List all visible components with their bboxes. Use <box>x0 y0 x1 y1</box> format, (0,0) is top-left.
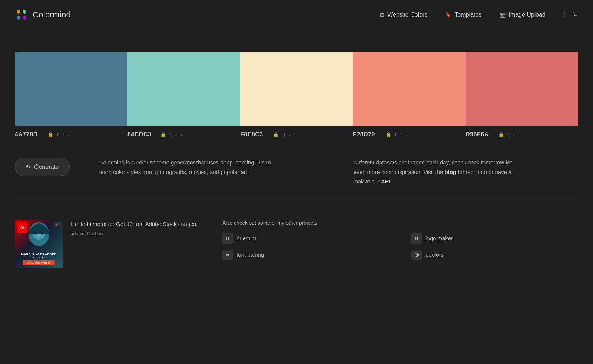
nav-templates[interactable]: 🔖 Templates <box>445 11 481 18</box>
social-links: f 𝕏 <box>563 11 578 19</box>
facebook-link[interactable]: f <box>563 11 565 19</box>
sliders-icon-4[interactable]: ⇅ <box>394 132 398 137</box>
logo-maker-icon: B <box>411 233 422 244</box>
project-poolors[interactable]: ◑ poolors <box>411 250 578 260</box>
logo-area: Colormind <box>15 8 71 21</box>
swatch-hex-2: 84CDC3 <box>127 131 157 138</box>
project-huemint[interactable]: H huemint <box>222 233 389 244</box>
swatch-control-4: F28D79 🔒 ⇅ ‹ › <box>353 126 466 143</box>
sliders-icon-2[interactable]: ⇅ <box>169 132 173 137</box>
ad-area: Ai St MAKE IT WITH ADOBE STOCK. Get 10 f… <box>15 220 200 268</box>
lock-icon-3[interactable]: 🔒 <box>273 132 279 137</box>
swatch-control-1: 4A778D 🔒 ⇅ ‹ › <box>15 126 127 143</box>
swatch-hex-4: F28D79 <box>353 131 382 138</box>
generate-section: ↻ Generate Colormind is a color scheme g… <box>0 143 593 201</box>
swatch-hex-5: D96F6A <box>466 131 495 138</box>
description-right: Different datasets are loaded each day, … <box>354 158 578 186</box>
arrow-right-4[interactable]: › <box>406 132 407 137</box>
arrow-left-2[interactable]: ‹ <box>176 132 178 137</box>
lock-icon-2[interactable]: 🔒 <box>160 132 166 137</box>
arrow-right-2[interactable]: › <box>180 132 182 137</box>
swatch-3[interactable] <box>240 52 353 126</box>
arrow-left-4[interactable]: ‹ <box>401 132 403 137</box>
swatch-4[interactable] <box>353 52 466 126</box>
refresh-icon: ↻ <box>26 163 30 170</box>
swatch-1[interactable] <box>15 52 127 126</box>
svg-point-2 <box>17 16 20 20</box>
lock-icon-5[interactable]: 🔒 <box>498 132 504 137</box>
nav-image-upload[interactable]: 📷 Image Upload <box>499 11 546 18</box>
twitter-link[interactable]: 𝕏 <box>573 11 578 19</box>
ad-text: Limited time offer: Get 10 free Adobe St… <box>70 220 198 236</box>
arrow-right-3[interactable]: › <box>293 132 295 137</box>
logo-icon <box>15 8 28 21</box>
arrow-left-3[interactable]: ‹ <box>289 132 290 137</box>
project-grid: H huemint B logo maker ≡ font pairing ◑ … <box>222 233 578 260</box>
sliders-icon-1[interactable]: ⇅ <box>56 132 60 137</box>
api-link[interactable]: API <box>381 178 390 184</box>
adobe-logo-icon: Ai <box>17 222 27 233</box>
arrow-right-1[interactable]: › <box>68 132 69 137</box>
huemint-icon: H <box>222 233 233 244</box>
ad-bottom-text: MAKE IT WITH ADOBE STOCK. <box>18 253 60 259</box>
project-font-pairing[interactable]: ≡ font pairing <box>222 250 389 260</box>
swatch-hex-1: 4A778D <box>15 131 44 138</box>
swatch-control-2: 84CDC3 🔒 ⇅ ‹ › <box>127 126 240 143</box>
svg-point-1 <box>23 10 26 14</box>
ad-headline: Limited time offer: Get 10 free Adobe St… <box>70 220 198 228</box>
other-projects: Also check out some of my other projects… <box>222 220 578 260</box>
face-illustration <box>26 221 52 253</box>
sliders-icon-3[interactable]: ⇅ <box>282 132 286 137</box>
swatch-hex-3: F8E8C3 <box>240 131 270 138</box>
arrow-left-5[interactable]: ‹ <box>514 132 516 137</box>
palette-section: 4A778D 🔒 ⇅ ‹ › 84CDC3 🔒 ⇅ ‹ › F8E8C3 🔒 ⇅… <box>0 30 593 143</box>
ad-cta-button[interactable]: Get 10 free images › <box>23 260 56 265</box>
swatch-control-3: F8E8C3 🔒 ⇅ ‹ › <box>240 126 353 143</box>
camera-icon: 📷 <box>499 12 506 18</box>
other-projects-title: Also check out some of my other projects <box>222 220 578 226</box>
swatch-2[interactable] <box>127 52 240 126</box>
arrow-left-1[interactable]: ‹ <box>63 132 65 137</box>
ad-subtext: ads via Carbon <box>70 231 198 236</box>
blog-link[interactable]: blog <box>445 169 457 175</box>
font-pairing-icon: ≡ <box>222 250 233 260</box>
svg-point-8 <box>41 231 44 235</box>
swatch-5[interactable] <box>466 52 578 126</box>
logo-text: Colormind <box>33 10 71 20</box>
ad-image[interactable]: Ai St MAKE IT WITH ADOBE STOCK. Get 10 f… <box>15 220 63 268</box>
bookmark-icon: 🔖 <box>445 12 451 18</box>
palette-swatches <box>15 52 578 126</box>
stock-badge: St <box>54 222 61 227</box>
lock-icon-4[interactable]: 🔒 <box>385 132 391 137</box>
project-logo-maker[interactable]: B logo maker <box>411 233 578 244</box>
sliders-icon-5[interactable]: ⇅ <box>507 132 511 137</box>
lock-icon-1[interactable]: 🔒 <box>47 132 53 137</box>
svg-point-7 <box>34 231 37 235</box>
palette-controls: 4A778D 🔒 ⇅ ‹ › 84CDC3 🔒 ⇅ ‹ › F8E8C3 🔒 ⇅… <box>15 126 578 143</box>
swatch-control-5: D96F6A 🔒 ⇅ ‹ <box>466 126 578 143</box>
nav-links: ⊞ Website Colors 🔖 Templates 📷 Image Upl… <box>380 11 546 18</box>
nav-website-colors[interactable]: ⊞ Website Colors <box>380 11 427 18</box>
footer-section: Ai St MAKE IT WITH ADOBE STOCK. Get 10 f… <box>0 201 593 287</box>
poolors-icon: ◑ <box>411 250 422 260</box>
navbar: Colormind ⊞ Website Colors 🔖 Templates 📷… <box>0 0 593 30</box>
generate-button[interactable]: ↻ Generate <box>15 158 70 176</box>
grid-icon: ⊞ <box>380 12 384 18</box>
svg-point-3 <box>23 16 26 20</box>
svg-point-0 <box>17 10 20 14</box>
description-left: Colormind is a color scheme generator th… <box>99 158 324 177</box>
